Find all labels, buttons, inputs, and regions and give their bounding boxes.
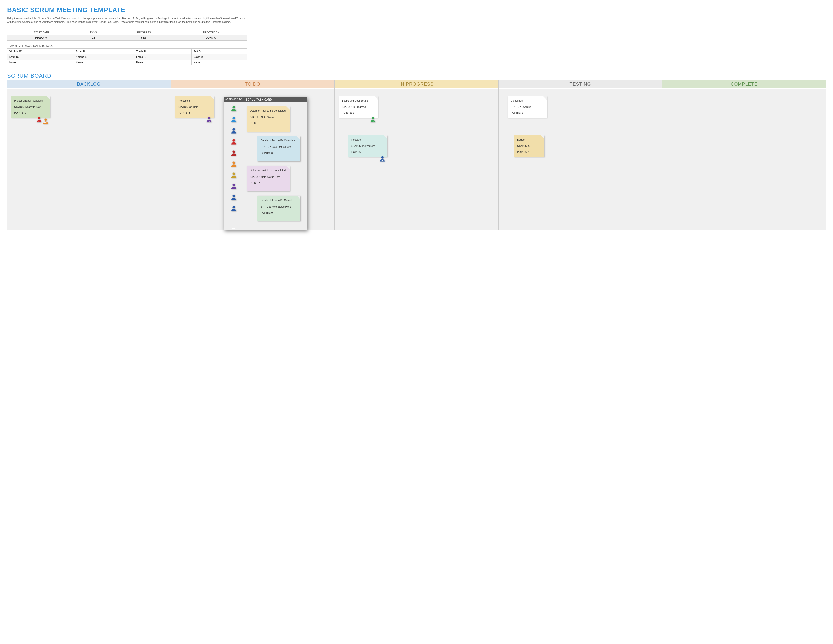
template-card[interactable]: Details of Task to Be Completed STATUS: …: [247, 106, 290, 132]
card-title: Guidelines: [511, 99, 544, 103]
value-progress: 52%: [112, 35, 176, 41]
team-cell: Name: [74, 60, 134, 65]
team-cell: Brian R.: [74, 49, 134, 54]
team-cell: Name: [134, 60, 191, 65]
assigned-to-header: ASSIGNED TO: [224, 97, 244, 101]
card-points: POINTS: 1: [342, 111, 375, 115]
column-complete[interactable]: COMPLETE: [662, 80, 826, 230]
team-cell: Jeff D.: [191, 49, 247, 54]
person-icon[interactable]: DD: [206, 116, 212, 123]
column-header-todo: TO DO: [171, 80, 334, 89]
template-card[interactable]: Details of Task to Be Completed STATUS: …: [257, 196, 301, 221]
person-icon[interactable]: XX: [230, 194, 237, 201]
card-title: Details of Task to Be Completed: [261, 198, 298, 202]
person-initials: XX: [233, 227, 235, 229]
person-icon[interactable]: TR: [230, 127, 237, 134]
card-status: STATUS: Note Status Here: [250, 116, 287, 119]
task-card-header: SCRUM TASK CARD: [244, 97, 307, 102]
column-header-testing: TESTING: [499, 80, 662, 89]
team-cell: Dawn D.: [191, 54, 247, 60]
template-card[interactable]: Details of Task to Be Completed STATUS: …: [257, 136, 301, 161]
column-inprogress[interactable]: IN PROGRESS Scope and Goal Setting STATU…: [334, 80, 498, 230]
column-testing[interactable]: TESTING Guidelines STATUS: Overdue POINT…: [498, 80, 662, 230]
person-icon[interactable]: DD: [230, 183, 237, 190]
task-card[interactable]: Projections STATUS: On Hold POINTS: 3 DD: [175, 96, 214, 118]
person-icon[interactable]: MB: [42, 118, 49, 125]
column-header-backlog: BACKLOG: [7, 80, 170, 89]
person-initials: JD: [38, 120, 40, 123]
column-header-inprogress: IN PROGRESS: [335, 80, 498, 89]
card-status: STATUS: On Hold: [178, 105, 212, 109]
card-status: STATUS: In Progress: [342, 105, 375, 109]
intro-text: Using the tools to the right, fill out a…: [7, 17, 249, 24]
page-title: BASIC SCRUM MEETING TEMPLATE: [7, 6, 826, 14]
person-icon[interactable]: FR: [230, 172, 237, 179]
column-header-complete: COMPLETE: [663, 80, 826, 89]
value-start-date: MM/DD/YY: [7, 35, 76, 41]
card-status: STATUS: In Progress: [351, 144, 385, 148]
person-icon[interactable]: VW: [230, 105, 237, 112]
template-card[interactable]: Details of Task to Be Completed STATUS: …: [247, 166, 290, 191]
summary-table: START DATE DAYS PROGRESS UPDATED BY MM/D…: [7, 29, 247, 41]
card-title: Details of Task to Be Completed: [261, 138, 298, 143]
person-initials: VW: [371, 120, 374, 123]
card-title: Projections: [178, 99, 212, 103]
assigned-to-panel: ASSIGNED TO VW BR TR JD RR KL FR DD XX X…: [224, 97, 244, 230]
card-points: POINTS: 0: [261, 211, 298, 215]
card-points: POINTS: 0: [250, 181, 287, 185]
card-status: STATUS: Overdue: [511, 105, 544, 109]
task-card[interactable]: Research STATUS: In Progress POINTS: 1 T…: [348, 135, 388, 157]
palette-panel[interactable]: ASSIGNED TO VW BR TR JD RR KL FR DD XX X…: [224, 97, 307, 230]
board-title: SCRUM BOARD: [7, 72, 826, 79]
card-points: POINTS: 1: [351, 150, 385, 154]
person-icon[interactable]: JD: [35, 116, 43, 123]
team-cell: Frank R.: [134, 54, 191, 60]
person-initials: MB: [44, 122, 47, 124]
card-status: STATUS: Note Status Here: [261, 145, 298, 149]
card-points: POINTS: 1: [511, 111, 544, 115]
card-points: POINTS: 4: [517, 150, 542, 154]
person-icon[interactable]: TR: [379, 155, 386, 163]
person-icon[interactable]: RR: [230, 150, 237, 156]
card-status: STATUS: Note Status Here: [261, 205, 298, 209]
header-days: DAYS: [76, 30, 112, 35]
header-updated-by: UPDATED BY: [176, 30, 247, 35]
header-progress: PROGRESS: [112, 30, 176, 35]
task-card[interactable]: Budget STATUS: C POINTS: 4: [514, 135, 545, 157]
person-icon[interactable]: KL: [230, 161, 237, 168]
card-title: Details of Task to Be Completed: [250, 169, 287, 172]
card-status: STATUS: C: [517, 144, 542, 148]
card-title: Budget: [517, 138, 542, 142]
value-days: 12: [76, 35, 112, 41]
team-cell: Name: [7, 60, 74, 65]
person-icon[interactable]: XX: [230, 205, 237, 212]
column-backlog[interactable]: BACKLOG Project Charter Revisions STATUS…: [7, 80, 170, 230]
scrum-board: BACKLOG Project Charter Revisions STATUS…: [7, 80, 826, 230]
team-cell: Virginia W.: [7, 49, 74, 54]
card-points: POINTS: 2: [14, 111, 48, 115]
card-status: STATUS: Ready to Start: [14, 105, 48, 109]
card-title: Project Charter Revisions: [14, 99, 48, 103]
card-title: Research: [351, 138, 385, 142]
card-points: POINTS: 0: [250, 121, 287, 126]
header-start-date: START DATE: [7, 30, 76, 35]
task-card-panel: SCRUM TASK CARD Details of Task to Be Co…: [244, 97, 307, 230]
card-title: Details of Task to Be Completed: [250, 109, 287, 113]
team-cell: Keisha L.: [74, 54, 134, 60]
person-icon[interactable]: BR: [230, 116, 237, 123]
person-initials: DD: [208, 120, 210, 123]
team-cell: Name: [191, 60, 247, 65]
team-cell: Travis R.: [134, 49, 191, 54]
team-table: Virginia W. Brian R. Travis R. Jeff D. R…: [7, 48, 247, 65]
person-icon[interactable]: JD: [230, 138, 237, 145]
task-card[interactable]: Guidelines STATUS: Overdue POINTS: 1: [508, 96, 547, 118]
task-card[interactable]: Scope and Goal Setting STATUS: In Progre…: [339, 96, 378, 118]
task-card[interactable]: Project Charter Revisions STATUS: Ready …: [11, 96, 50, 118]
person-initials: TR: [381, 159, 383, 162]
card-title: Scope and Goal Setting: [342, 99, 375, 103]
team-label: TEAM MEMBERS ASSIGNED TO TASKS: [7, 45, 826, 47]
value-updated-by: JOHN K.: [176, 35, 247, 41]
card-points: POINTS: 3: [178, 111, 212, 115]
person-icon[interactable]: VW: [369, 116, 376, 123]
card-points: POINTS: 0: [261, 151, 298, 155]
